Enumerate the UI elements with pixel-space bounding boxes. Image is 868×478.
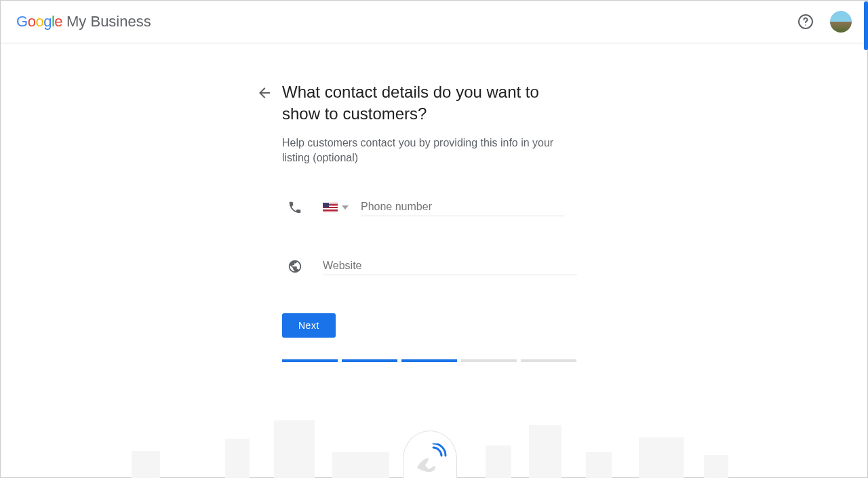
building-silhouette — [225, 439, 250, 478]
avatar[interactable] — [830, 11, 852, 33]
building-silhouette — [704, 455, 728, 478]
phone-field-row — [288, 198, 580, 216]
progress-step — [282, 359, 338, 362]
country-code-selector[interactable] — [323, 203, 349, 212]
progress-bar — [282, 359, 580, 362]
building-silhouette — [486, 445, 511, 478]
logo-letter: g — [43, 13, 52, 30]
svg-point-1 — [805, 24, 806, 26]
website-field-row — [288, 257, 580, 275]
building-silhouette — [274, 420, 315, 478]
form-container: What contact details do you want to show… — [255, 81, 580, 362]
logo-letter: o — [28, 13, 36, 30]
phone-icon — [288, 200, 302, 215]
phone-ringing-illustration — [403, 431, 457, 478]
header-brand: Google My Business — [16, 13, 151, 31]
globe-icon — [288, 259, 302, 274]
google-logo: Google — [16, 13, 62, 31]
chevron-down-icon — [342, 205, 349, 210]
progress-step — [521, 359, 576, 362]
progress-step — [401, 359, 457, 362]
next-button[interactable]: Next — [282, 313, 336, 338]
product-name: My Business — [66, 13, 151, 31]
building-silhouette — [529, 425, 561, 478]
website-input[interactable] — [323, 257, 577, 275]
footer-illustration — [0, 420, 865, 478]
logo-letter: o — [35, 13, 43, 30]
phone-input[interactable] — [361, 198, 564, 216]
logo-letter: G — [16, 13, 28, 30]
header-actions — [797, 11, 852, 33]
building-silhouette — [132, 451, 160, 478]
building-silhouette — [639, 437, 684, 478]
page-heading: What contact details do you want to show… — [282, 81, 580, 125]
page-subheading: Help customers contact you by providing … — [282, 136, 556, 165]
back-arrow-icon[interactable] — [256, 85, 273, 101]
app-header: Google My Business — [0, 0, 868, 43]
progress-step — [342, 359, 397, 362]
logo-letter: e — [54, 13, 62, 30]
flag-us-icon — [323, 203, 338, 212]
building-silhouette — [332, 452, 389, 478]
main-content: What contact details do you want to show… — [0, 43, 868, 362]
building-silhouette — [586, 452, 612, 478]
help-icon[interactable] — [797, 14, 814, 30]
scrollbar[interactable] — [864, 1, 868, 50]
progress-step — [461, 359, 517, 362]
